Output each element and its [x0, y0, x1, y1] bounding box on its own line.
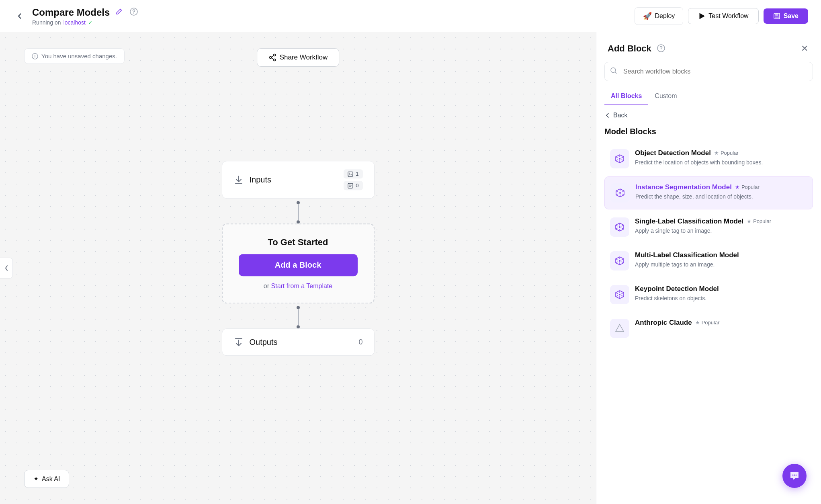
panel-header: Add Block ✕: [596, 32, 821, 62]
block-name: Keypoint Detection Model: [635, 285, 719, 293]
start-from-template-link[interactable]: Start from a Template: [271, 283, 333, 289]
block-item[interactable]: Object Detection Model ★ Popular Predict…: [604, 143, 813, 175]
popular-badge: ★ Popular: [747, 218, 771, 224]
close-panel-button[interactable]: ✕: [799, 42, 810, 55]
help-button[interactable]: [128, 6, 139, 18]
svg-line-42: [622, 225, 624, 226]
svg-line-32: [622, 194, 624, 195]
save-button[interactable]: Save: [764, 8, 808, 24]
svg-rect-4: [775, 13, 778, 16]
block-name: Anthropic Claude: [635, 319, 692, 327]
svg-line-39: [616, 225, 618, 226]
svg-point-1: [134, 13, 135, 14]
title-row: Compare Models: [32, 6, 139, 18]
popular-badge: ★ Popular: [714, 150, 739, 156]
svg-point-10: [269, 57, 271, 59]
outputs-label: Outputs: [233, 337, 278, 347]
svg-point-60: [794, 475, 795, 476]
block-name: Single-Label Classification Model: [635, 217, 743, 225]
unsaved-notice: You have unsaved changes.: [24, 48, 125, 64]
sidebar-toggle-button[interactable]: [0, 258, 13, 279]
block-name-row: Instance Segmentation Model ★ Popular: [635, 183, 807, 191]
ask-ai-button[interactable]: ✦ Ask AI: [24, 470, 69, 488]
block-name: Instance Segmentation Model: [635, 183, 732, 191]
inputs-text: Inputs: [250, 175, 271, 184]
svg-point-61: [796, 475, 797, 476]
section-title: Model Blocks: [604, 127, 813, 136]
outputs-text: Outputs: [250, 338, 278, 347]
search-input[interactable]: [604, 62, 813, 81]
back-link-text: Back: [613, 112, 628, 119]
block-desc: Predict the shape, size, and location of…: [635, 193, 807, 201]
svg-marker-2: [700, 13, 704, 19]
get-started-node: To Get Started Add a Block or Start from…: [222, 223, 375, 303]
block-info: Keypoint Detection Model Predict skeleto…: [635, 285, 807, 303]
block-name: Multi-Label Classification Model: [635, 251, 739, 259]
block-name-row: Keypoint Detection Model: [635, 285, 807, 293]
svg-point-20: [619, 158, 620, 160]
block-name-row: Single-Label Classification Model ★ Popu…: [635, 217, 807, 225]
svg-line-49: [616, 262, 618, 263]
workflow-nodes: Inputs 1: [222, 161, 375, 356]
svg-line-26: [622, 157, 624, 158]
svg-line-33: [616, 194, 618, 195]
svg-line-25: [616, 160, 618, 161]
image-badge: 1: [344, 169, 362, 178]
to-get-started-text: To Get Started: [268, 237, 328, 248]
inputs-node[interactable]: Inputs 1: [222, 161, 375, 199]
block-desc: Predict the location of objects with bou…: [635, 159, 807, 167]
block-name: Object Detection Model: [635, 149, 711, 157]
share-workflow-label: Share Workflow: [280, 53, 328, 61]
connector-1: [297, 199, 300, 223]
block-item[interactable]: Anthropic Claude ★ Popular: [604, 312, 813, 344]
rocket-icon: 🚀: [643, 12, 652, 20]
panel-body: Back Model Blocks Object Detection Model: [596, 105, 821, 504]
svg-rect-12: [348, 172, 353, 176]
image-count: 1: [356, 171, 358, 177]
popular-badge: ★ Popular: [695, 320, 720, 326]
block-icon: [610, 149, 629, 168]
block-desc: Apply multiple tags to an image.: [635, 261, 807, 269]
add-block-button[interactable]: Add a Block: [239, 254, 358, 276]
block-name-row: Multi-Label Classification Model: [635, 251, 807, 259]
block-item[interactable]: Instance Segmentation Model ★ Popular Pr…: [604, 176, 813, 209]
save-label: Save: [784, 12, 798, 20]
panel-help-button[interactable]: [655, 43, 667, 55]
block-item[interactable]: Keypoint Detection Model Predict skeleto…: [604, 279, 813, 311]
svg-line-58: [622, 293, 624, 294]
svg-line-23: [616, 157, 618, 158]
tab-all-blocks[interactable]: All Blocks: [604, 88, 648, 105]
svg-point-36: [619, 226, 620, 228]
block-icon: [610, 183, 630, 203]
block-item[interactable]: Multi-Label Classification Model Apply m…: [604, 245, 813, 277]
svg-line-31: [616, 191, 618, 192]
tab-custom[interactable]: Custom: [648, 88, 683, 105]
main-layout: You have unsaved changes. Share Workflow: [0, 32, 821, 504]
test-workflow-button[interactable]: Test Workflow: [688, 8, 758, 24]
chat-bubble-button[interactable]: [782, 464, 807, 488]
outputs-node[interactable]: Outputs 0: [222, 328, 375, 356]
page-title: Compare Models: [32, 7, 110, 18]
connector-2: [297, 303, 300, 328]
svg-point-9: [273, 59, 275, 61]
right-panel: Add Block ✕ All Blo: [596, 32, 821, 504]
header: Compare Models Running on localhost: [0, 0, 821, 32]
ask-ai-label: Ask AI: [42, 475, 60, 483]
share-workflow-button[interactable]: Share Workflow: [257, 48, 340, 67]
svg-point-28: [619, 192, 621, 194]
block-name-row: Object Detection Model ★ Popular: [635, 149, 807, 157]
edit-title-button[interactable]: [114, 6, 124, 18]
svg-line-41: [616, 228, 618, 229]
block-icon: [610, 251, 629, 270]
block-item[interactable]: Single-Label Classification Model ★ Popu…: [604, 211, 813, 243]
subtitle-prefix: Running on: [32, 19, 61, 26]
deploy-button[interactable]: 🚀 Deploy: [635, 7, 684, 25]
block-icon: [610, 285, 629, 304]
inputs-label: Inputs: [233, 174, 271, 185]
svg-point-13: [349, 172, 350, 173]
back-link-button[interactable]: Back: [604, 112, 628, 119]
back-button[interactable]: [13, 9, 27, 23]
title-area: Compare Models Running on localhost: [32, 6, 139, 26]
svg-point-7: [35, 57, 35, 58]
block-info: Instance Segmentation Model ★ Popular Pr…: [635, 183, 807, 201]
